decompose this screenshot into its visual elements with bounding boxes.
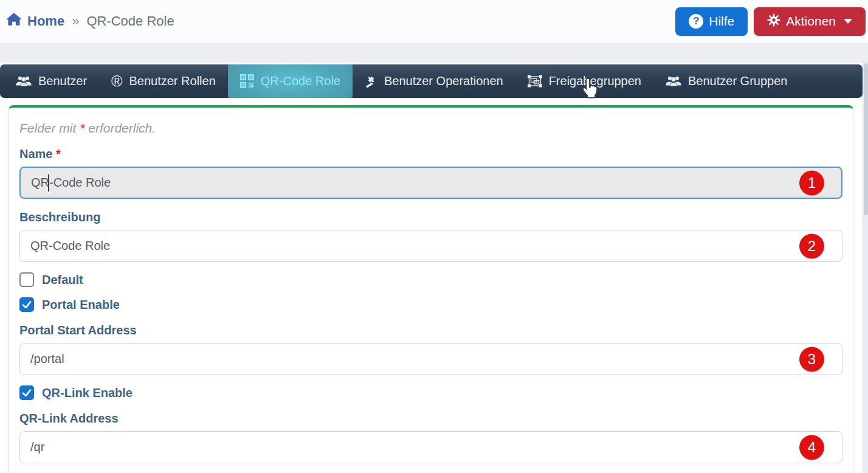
tab-benutzer[interactable]: Benutzer — [4, 64, 99, 98]
tab-label: Benutzer Rollen — [129, 74, 215, 88]
breadcrumb-separator: » — [72, 13, 79, 29]
home-icon — [6, 13, 22, 30]
qr-link-address-input[interactable] — [19, 431, 842, 463]
annotation-badge-1: 1 — [799, 170, 824, 195]
tab-label: Benutzer Gruppen — [688, 74, 787, 88]
description-field-label: Beschreibung — [19, 210, 842, 224]
question-circle-icon: ? — [689, 14, 703, 29]
default-checkbox-row[interactable]: Default — [19, 272, 842, 287]
required-asterisk: * — [56, 147, 61, 161]
portal-enable-checkbox-row[interactable]: Portal Enable — [19, 297, 842, 312]
help-button-label: Hilfe — [709, 14, 734, 29]
tab-label: Benutzer — [38, 74, 87, 88]
module-tab-bar: Benutzer ® Benutzer Rollen — [0, 64, 863, 98]
annotation-badge-2: 2 — [799, 233, 824, 258]
description-input[interactable] — [19, 230, 842, 262]
qr-link-enable-checkbox-row[interactable]: QR-Link Enable — [19, 385, 842, 400]
actions-button[interactable]: Aktionen — [754, 7, 866, 36]
users-icon — [16, 75, 32, 87]
gavel-icon — [365, 75, 377, 88]
portal-enable-checkbox[interactable] — [19, 297, 34, 312]
tab-label: Benutzer Operationen — [384, 74, 503, 88]
qr-link-address-label: QR-Link Address — [19, 412, 842, 426]
default-checkbox-label: Default — [42, 273, 83, 287]
gear-icon — [767, 13, 780, 30]
header-divider-strip — [0, 43, 868, 63]
users-icon — [666, 75, 681, 87]
actions-button-label: Aktionen — [786, 14, 836, 29]
object-group-icon — [528, 75, 542, 88]
breadcrumb: Home » QR-Code Role — [6, 13, 174, 30]
text-cursor — [48, 174, 49, 192]
name-field: 1 — [19, 167, 842, 199]
tab-qr-code-role[interactable]: QR-Code Role — [228, 64, 353, 98]
default-checkbox[interactable] — [19, 272, 34, 287]
breadcrumb-home-label: Home — [27, 13, 64, 29]
registered-icon: ® — [111, 74, 122, 89]
portal-start-address-field: 3 — [19, 343, 842, 375]
portal-start-address-label: Portal Start Address — [19, 323, 842, 337]
tab-freigabegruppen[interactable]: Freigabegruppen — [515, 64, 653, 98]
tab-benutzer-gruppen[interactable]: Benutzer Gruppen — [653, 64, 799, 98]
tab-benutzer-rollen[interactable]: ® Benutzer Rollen — [99, 64, 228, 98]
breadcrumb-home-link[interactable]: Home — [6, 13, 64, 30]
help-button[interactable]: ? Hilfe — [675, 7, 748, 36]
portal-enable-checkbox-label: Portal Enable — [42, 298, 120, 312]
vertical-scrollbar[interactable] — [863, 61, 868, 473]
scrollbar-thumb[interactable] — [864, 63, 868, 215]
portal-start-address-input[interactable] — [19, 343, 842, 375]
annotation-badge-3: 3 — [799, 347, 824, 371]
annotation-badge-4: 4 — [799, 435, 824, 460]
name-field-label: Name * — [19, 147, 842, 161]
tab-label: Freigabegruppen — [549, 74, 641, 88]
qr-link-address-field: 4 — [19, 431, 842, 463]
tab-label: QR-Code Role — [261, 74, 340, 88]
qr-code-icon — [240, 74, 254, 88]
qr-code-role-form-panel: Felder mit * erforderlich. Name * 1 Besc… — [9, 105, 853, 473]
caret-down-icon — [844, 19, 852, 24]
tab-benutzer-operationen[interactable]: Benutzer Operationen — [353, 64, 515, 98]
description-field: 2 — [19, 230, 842, 262]
required-fields-hint: Felder mit * erforderlich. — [19, 121, 842, 136]
name-input[interactable] — [19, 167, 842, 199]
qr-link-enable-checkbox[interactable] — [19, 385, 34, 400]
breadcrumb-current-page: QR-Code Role — [86, 13, 174, 29]
qr-link-enable-checkbox-label: QR-Link Enable — [42, 386, 133, 400]
top-header-bar: Home » QR-Code Role ? Hilfe — [0, 0, 868, 43]
